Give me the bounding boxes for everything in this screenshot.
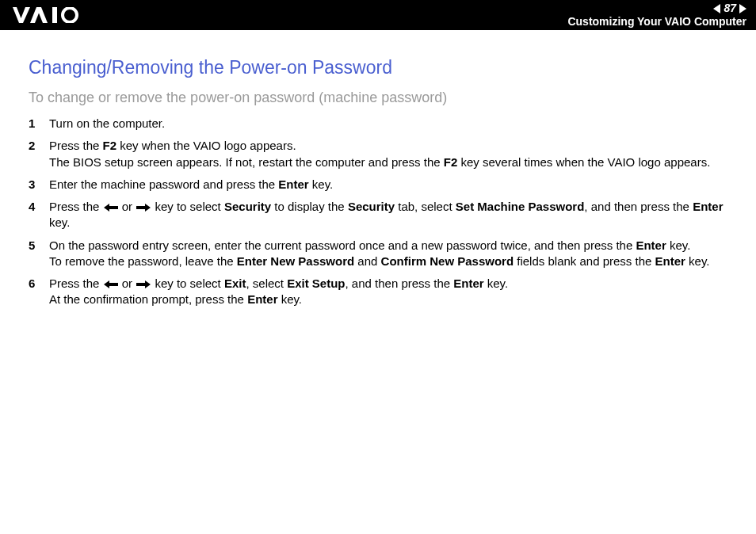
step-number: 3 bbox=[29, 177, 49, 193]
step-text: Press the F2 key when the VAIO logo appe… bbox=[49, 138, 727, 170]
step-item: 2Press the F2 key when the VAIO logo app… bbox=[29, 138, 727, 170]
step-item: 4Press the or key to select Security to … bbox=[29, 199, 727, 231]
svg-rect-0 bbox=[52, 7, 57, 23]
step-number: 4 bbox=[29, 199, 49, 215]
step-item: 1Turn on the computer. bbox=[29, 116, 727, 132]
page-number: 87 bbox=[724, 2, 736, 15]
step-number: 2 bbox=[29, 138, 49, 154]
page-content: Changing/Removing the Power-on Password … bbox=[0, 30, 756, 308]
next-page-icon[interactable] bbox=[739, 4, 746, 13]
arrow-left-icon bbox=[104, 280, 118, 288]
steps-list: 1Turn on the computer.2Press the F2 key … bbox=[29, 116, 727, 308]
step-item: 5On the password entry screen, enter the… bbox=[29, 238, 727, 270]
step-text: Press the or key to select Exit, select … bbox=[49, 276, 727, 308]
page-subtitle: To change or remove the power-on passwor… bbox=[29, 90, 727, 106]
step-item: 3Enter the machine password and press th… bbox=[29, 177, 727, 193]
arrow-left-icon bbox=[104, 204, 118, 212]
step-number: 5 bbox=[29, 238, 49, 254]
step-number: 6 bbox=[29, 276, 49, 292]
section-title: Customizing Your VAIO Computer bbox=[567, 15, 746, 29]
header-right: 87 Customizing Your VAIO Computer bbox=[564, 2, 746, 29]
step-number: 1 bbox=[29, 116, 49, 132]
step-text: Press the or key to select Security to d… bbox=[49, 199, 727, 231]
step-item: 6Press the or key to select Exit, select… bbox=[29, 276, 727, 308]
arrow-right-icon bbox=[136, 280, 151, 288]
prev-page-icon[interactable] bbox=[713, 4, 720, 13]
page-header: 87 Customizing Your VAIO Computer bbox=[0, 0, 756, 30]
page-title: Changing/Removing the Power-on Password bbox=[29, 57, 727, 78]
step-text: Enter the machine password and press the… bbox=[49, 177, 727, 193]
step-text: Turn on the computer. bbox=[49, 116, 727, 132]
vaio-logo bbox=[13, 7, 100, 23]
step-text: On the password entry screen, enter the … bbox=[49, 238, 727, 270]
svg-point-1 bbox=[63, 8, 77, 22]
arrow-right-icon bbox=[136, 204, 151, 212]
